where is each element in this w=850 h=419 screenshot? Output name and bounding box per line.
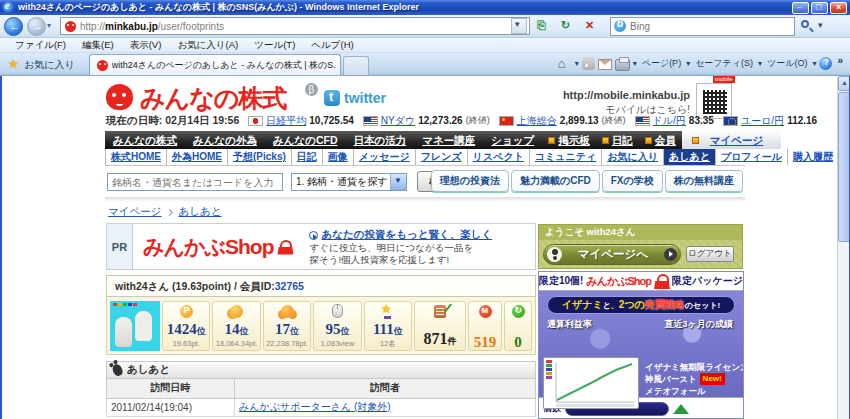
quicklink-free-stock-course[interactable]: 株の無料講座 [665,170,743,192]
stop-button[interactable] [580,17,602,36]
avatar[interactable] [110,301,160,351]
subnav-respect[interactable]: リスペクト [468,149,530,165]
stat-g-count[interactable]: 0 [504,301,532,351]
nav-minkabu-cfd[interactable]: みんなのCFD [265,131,346,149]
subnav-fx-home[interactable]: 外為HOME [167,149,228,165]
search-go-button[interactable] [797,17,817,36]
usdjpy-link[interactable]: ドル/円 [653,114,686,128]
nav-diary[interactable]: 日記 [596,131,639,149]
stat-respect-rank[interactable]: 111位 12名 [364,301,412,351]
vertical-scrollbar[interactable] [837,76,849,419]
close-button[interactable] [830,2,847,14]
minkabu-shop-logo[interactable]: みんかぶShop [133,224,303,269]
new-tab-button[interactable] [343,56,369,75]
subnav-picks[interactable]: 予想(Picks) [228,149,292,165]
safety-dropdown-icon[interactable]: ▾ [758,59,762,68]
nav-board[interactable]: 掲示板 [542,131,596,149]
eurjpy-link[interactable]: ユーロ/円 [741,114,784,128]
toolbar-overflow-chevron[interactable]: » [835,55,846,72]
nav-money-course[interactable]: マネー講座 [414,131,483,149]
subnav-friends[interactable]: フレンズ [416,149,468,165]
address-bar[interactable]: http://minkabu.jp/user/footprints [60,17,530,35]
maximize-button[interactable] [811,2,828,14]
nav-minkabu-fx[interactable]: みんなの外為 [185,131,265,149]
twitter-icon[interactable] [324,90,340,106]
site-logo[interactable]: みんなの株式 [140,82,286,115]
stat-post-count[interactable]: 871件 [414,301,466,351]
printer-icon[interactable] [615,59,630,71]
pr-banner[interactable]: PR みんかぶShop あなたの投資をもっと賢く、楽しく すぐに役立ち、明日につ… [106,223,536,270]
breadcrumb-footprints[interactable]: あしあと [178,205,221,219]
back-button[interactable] [4,17,23,36]
quicklink-cfd[interactable]: 魅力満載のCFD [511,170,600,192]
shanghai-link[interactable]: 上海総合 [517,114,557,128]
favorites-button[interactable]: お気に入り [0,55,83,75]
subnav-messages[interactable]: メッセージ [354,149,416,165]
tools-menu-button[interactable]: ツール(O) [765,57,809,70]
twitter-link[interactable]: twitter [344,90,386,106]
history-dropdown-icon[interactable] [47,19,56,34]
subnav-community[interactable]: コミュニティ [530,149,602,165]
safety-menu-button[interactable]: セーフティ(S) [693,57,755,70]
stat-m-count[interactable]: 519 [468,301,502,351]
url-text[interactable]: http://minkabu.jp/user/footprints [80,21,511,32]
search-box[interactable] [610,17,795,36]
search-category-select[interactable]: 1. 銘柄・通貨を探す [291,173,407,191]
subnav-images[interactable]: 画像 [323,149,354,165]
menu-tools[interactable]: ツール(T) [247,39,302,52]
nav-members[interactable]: 会員 [639,131,682,149]
menu-help[interactable]: ヘルプ(H) [304,39,360,52]
refresh-button[interactable] [556,17,578,36]
mail-icon[interactable] [598,59,612,70]
title-bar[interactable]: with24さんのページのあしあと - みんなの株式 | 株のSNS(みんかぶ)… [0,0,850,15]
stat-coin-rank[interactable]: 14位 18,064.34pt. [212,301,260,351]
dow-link[interactable]: NYダウ [381,114,415,128]
select-dropdown-icon[interactable] [390,174,406,190]
minkabu-mascot-icon[interactable] [106,84,133,110]
subnav-stock-home[interactable]: 株式HOME [105,149,167,165]
stat-point-rank[interactable]: 1424位 19.63pt. [162,301,210,351]
search-options-dropdown[interactable] [817,17,828,36]
compatibility-view-button[interactable] [532,17,554,36]
visitor-link[interactable]: みんかぶサポーターさん (対象外) [239,401,391,412]
browser-tab[interactable]: with24さんのページのあしあと - みんなの株式 | 株のS... [89,54,341,75]
shop-ad-banner[interactable]: 限定10個! みんかぶShop 限定パッケージ イザナミと、2つの売買戦略のセッ… [538,271,744,419]
page-dropdown-icon[interactable]: ▾ [686,59,690,68]
nikkei-link[interactable]: 日経平均 [266,114,306,128]
logout-button[interactable]: ログアウト [686,246,734,262]
stat-view-rank[interactable]: 95位 1,083view [313,301,361,351]
member-id-link[interactable]: 32765 [275,280,304,292]
bing-search-input[interactable] [630,21,791,32]
tools-dropdown-icon[interactable]: ▾ [812,59,816,68]
nav-minkabu-stock[interactable]: みんなの株式 [105,131,185,149]
stat-cluster-rank[interactable]: 17位 22,238.78pt. [263,301,311,351]
nav-mypage-active[interactable]: マイページ [682,131,781,149]
print-dropdown-icon[interactable]: ▾ [633,59,637,68]
forward-button[interactable] [27,17,46,36]
quicklink-fx-school[interactable]: FXの学校 [602,170,663,192]
subnav-footprints-active[interactable]: あしあと [664,149,716,165]
page-menu-button[interactable]: ページ(P) [640,57,683,70]
nav-shop[interactable]: ショップ [483,131,542,149]
subnav-profile[interactable]: プロフィール [716,149,788,165]
quicklink-ideal-investment[interactable]: 理想の投資法 [431,170,509,192]
subnav-purchase-history[interactable]: 購入履歴 [788,149,837,165]
rss-feed-icon[interactable] [582,57,595,70]
home-dropdown-icon[interactable]: ▾ [575,59,579,68]
help-icon[interactable] [819,57,832,70]
address-dropdown-button[interactable] [511,18,527,34]
subnav-favorites[interactable]: お気に入り [602,149,664,165]
mobile-url[interactable]: http://mobile.minkabu.jp [472,89,690,101]
nav-japan-vitality[interactable]: 日本の活力 [346,131,415,149]
menu-favorites[interactable]: お気に入り(A) [170,39,245,52]
menu-edit[interactable]: 編集(E) [75,39,121,52]
menu-file[interactable]: ファイル(F) [8,39,73,52]
breadcrumb-mypage[interactable]: マイページ [108,205,161,219]
minimize-button[interactable] [792,2,809,14]
mypage-button[interactable]: マイページへ [543,244,681,265]
home-icon[interactable] [556,56,572,72]
subnav-diary[interactable]: 日記 [292,149,323,165]
stock-search-input[interactable] [107,173,283,191]
pr-headline-link[interactable]: あなたの投資をもっと賢く、楽しく [321,228,492,242]
menu-view[interactable]: 表示(V) [123,39,169,52]
